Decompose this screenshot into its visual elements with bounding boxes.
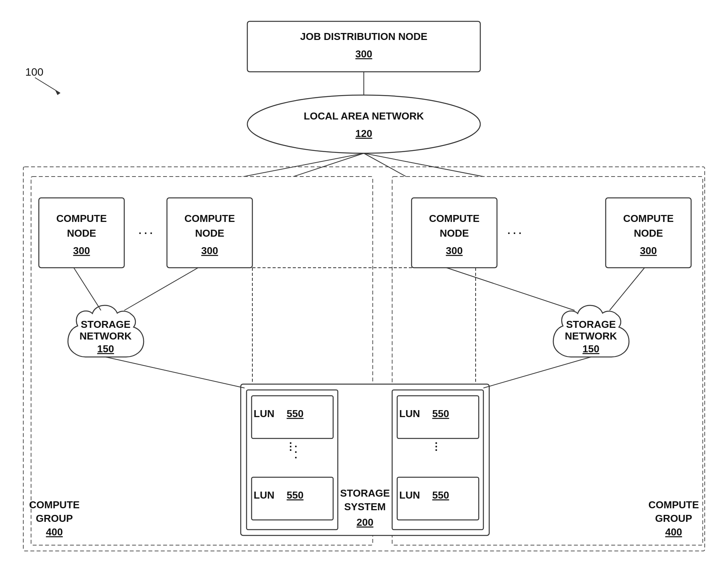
- storage-network-right-label-2: NETWORK: [565, 330, 617, 342]
- compute-node-4-label-2: NODE: [634, 227, 663, 239]
- system-label: 100: [25, 66, 43, 78]
- job-distribution-label-1: JOB DISTRIBUTION NODE: [300, 31, 427, 42]
- compute-group-right-label-2: GROUP: [655, 513, 692, 524]
- compute-node-2-label-1: COMPUTE: [184, 213, 235, 224]
- lan-ellipse: [247, 95, 480, 153]
- lun-3-label: LUN: [399, 408, 420, 419]
- lun-2-label: LUN: [254, 489, 274, 501]
- compute-group-right-label-3: 400: [665, 526, 682, 538]
- lun-2-num: 550: [287, 489, 303, 501]
- storage-network-right-label-1: STORAGE: [566, 319, 616, 330]
- dots-2: · · ·: [507, 227, 521, 239]
- lun-1-label: LUN: [254, 408, 274, 419]
- compute-node-2-label-2: NODE: [195, 227, 224, 239]
- lan-label-1: LOCAL AREA NETWORK: [304, 110, 424, 122]
- compute-node-4-label-3: 300: [640, 245, 657, 256]
- storage-network-left-label-3: 150: [97, 343, 114, 355]
- lun-1-num: 550: [287, 408, 303, 419]
- storage-system-label-3: 200: [356, 516, 373, 528]
- compute-group-left-label-3: 400: [46, 526, 63, 538]
- storage-system-label-2: SYSTEM: [344, 501, 386, 513]
- storage-network-left-label-1: STORAGE: [81, 319, 130, 330]
- lun-dots-right-v: ⋮: [431, 441, 441, 452]
- compute-node-1-label-3: 300: [73, 245, 90, 256]
- diagram-container: 100 JOB DISTRIBUTION NODE 300 LOCAL AREA…: [0, 0, 728, 582]
- compute-group-right-label-1: COMPUTE: [648, 499, 699, 511]
- storage-system-label-1: STORAGE: [340, 487, 390, 499]
- job-distribution-node-box: [247, 21, 480, 72]
- lun-4-num: 550: [432, 489, 449, 501]
- compute-node-3-label-2: NODE: [440, 227, 469, 239]
- dots-1: · · ·: [139, 227, 153, 239]
- storage-network-left-label-2: NETWORK: [80, 330, 132, 342]
- lun-4-label: LUN: [399, 489, 420, 501]
- compute-node-3-label-1: COMPUTE: [429, 213, 480, 224]
- compute-group-left-label-2: GROUP: [36, 513, 73, 524]
- compute-group-left-label-1: COMPUTE: [29, 499, 80, 511]
- storage-network-right-label-3: 150: [582, 343, 599, 355]
- lan-label-2: 120: [355, 128, 372, 139]
- compute-node-4-label-1: COMPUTE: [623, 213, 674, 224]
- lun-dots-left-v: ⋮: [285, 441, 295, 452]
- job-distribution-label-2: 300: [355, 48, 372, 60]
- compute-node-1-label-2: NODE: [67, 227, 96, 239]
- compute-node-3-label-3: 300: [446, 245, 462, 256]
- lun-3-num: 550: [432, 408, 449, 419]
- compute-node-2-label-3: 300: [201, 245, 218, 256]
- compute-node-1-label-1: COMPUTE: [56, 213, 107, 224]
